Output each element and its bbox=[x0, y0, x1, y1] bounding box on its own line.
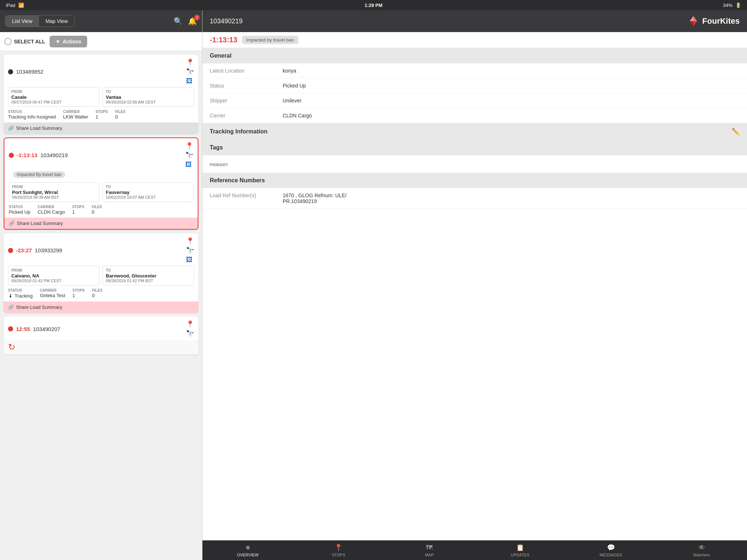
status-bar-right: 34% 🔋 bbox=[723, 3, 741, 8]
tracking-info-edit-icon[interactable]: ✏️ bbox=[732, 128, 740, 136]
shipper-value: Unilever bbox=[283, 98, 301, 104]
view-toggle[interactable]: List View Map View bbox=[5, 15, 75, 27]
card-3-header: -23:27 103933299 📍 🔭 🖼 bbox=[4, 233, 198, 266]
card-4-header-right: 📍 🔭 bbox=[186, 320, 194, 338]
reference-numbers-section-header: Reference Numbers bbox=[202, 173, 747, 188]
right-panel: 103490219 FourKites -1:13:13 Impacted by… bbox=[202, 10, 747, 560]
fourkites-text: FourKites bbox=[702, 16, 740, 26]
card-4-id: 103490207 bbox=[33, 326, 60, 332]
card-4-header-left: 12:55 103490207 bbox=[8, 326, 60, 332]
card-1-status: STATUS Tracking Info Assigned bbox=[8, 110, 56, 120]
card-4-location-icon: 📍 bbox=[186, 320, 194, 328]
cards-list: 103489852 📍 🔭 🖼 FROM Casale 09/27/2018 0… bbox=[0, 51, 202, 560]
shipment-card-2[interactable]: -1:13:13 103490219 📍 🔭 🖼 Impacted By tra… bbox=[4, 137, 198, 230]
card-2-delay: -1:13:13 bbox=[17, 152, 38, 158]
right-bottom-nav: ≡ OVERVIEW 📍 STOPS 🗺 MAP 📋 UPDATES 💬 MES… bbox=[202, 540, 747, 560]
card-2-image-icon[interactable]: 🖼 bbox=[185, 161, 193, 168]
tags-content: PRIMARY bbox=[202, 155, 747, 173]
refresh-icon: ↻ bbox=[8, 342, 15, 352]
overview-icon: ≡ bbox=[246, 544, 250, 552]
list-view-button[interactable]: List View bbox=[5, 16, 39, 27]
card-2-binoculars-icon[interactable]: 🔭 bbox=[185, 151, 193, 159]
shipment-card-4-partial[interactable]: 12:55 103490207 📍 🔭 ↻ bbox=[4, 316, 198, 354]
main-layout: List View Map View 🔍 🔔 2 SELECT ALL ▼ Ac… bbox=[0, 10, 747, 560]
temperature-icon: 🌡 bbox=[8, 293, 13, 299]
card-3-share-button[interactable]: 🔗 Share Load Summary bbox=[4, 302, 198, 313]
actions-button[interactable]: ▼ Actions bbox=[50, 36, 87, 47]
nav-messages-button[interactable]: 💬 MESSAGES bbox=[565, 541, 656, 560]
svg-marker-3 bbox=[690, 16, 693, 21]
card-1-binoculars-icon[interactable]: 🔭 bbox=[186, 68, 194, 76]
select-all-button[interactable]: SELECT ALL bbox=[4, 38, 45, 45]
card-1-share-button[interactable]: 🔗 Share Load Summary bbox=[4, 122, 198, 134]
card-3-binoculars-icon[interactable]: 🔭 bbox=[186, 246, 194, 254]
shipment-card-1[interactable]: 103489852 📍 🔭 🖼 FROM Casale 09/27/2018 0… bbox=[4, 55, 198, 134]
select-all-checkbox[interactable] bbox=[4, 38, 12, 45]
latest-location-row: Latest Location konya bbox=[202, 63, 747, 78]
tracking-info-title: Tracking Information bbox=[210, 128, 267, 135]
device-label: iPad bbox=[6, 3, 15, 8]
card-3-to-box: TO Barnwood, Gloucester 09/28/2018 01:42… bbox=[102, 266, 194, 285]
shipper-row: Shipper Unilever bbox=[202, 93, 747, 108]
nav-updates-button[interactable]: 📋 UPDATES bbox=[475, 541, 565, 560]
map-view-button[interactable]: Map View bbox=[39, 16, 74, 27]
status-row: Status Picked Up bbox=[202, 78, 747, 93]
nav-overview-button[interactable]: ≡ OVERVIEW bbox=[202, 541, 293, 560]
card-2-header-left: -1:13:13 103490219 bbox=[9, 152, 68, 158]
card-1-image-icon[interactable]: 🖼 bbox=[186, 77, 194, 85]
card-3-image-icon[interactable]: 🖼 bbox=[186, 256, 194, 264]
latest-location-value: konya bbox=[283, 68, 296, 74]
share-icon-3: 🔗 bbox=[8, 304, 14, 310]
card-2-meta: STATUS Picked Up CARRIER CLDN Cargo STOP… bbox=[4, 205, 198, 218]
battery-label: 34% bbox=[723, 3, 732, 8]
card-2-header: -1:13:13 103490219 📍 🔭 🖼 bbox=[4, 138, 198, 171]
svg-marker-1 bbox=[693, 16, 697, 21]
card-1-meta: STATUS Tracking Info Assigned CARRIER LK… bbox=[4, 110, 198, 122]
left-header-icons: 🔍 🔔 2 bbox=[174, 17, 197, 26]
notifications-button[interactable]: 🔔 2 bbox=[188, 17, 197, 26]
right-header: 103490219 FourKites bbox=[202, 10, 747, 32]
card-2-share-button[interactable]: 🔗 Share Load Summary bbox=[4, 218, 198, 229]
travel-ban-badge: Impacted by travel ban bbox=[242, 36, 299, 44]
card-2-to-box: TO Fauvernay 10/02/2018 10:07 AM CEST bbox=[102, 182, 193, 202]
status-label: Status bbox=[210, 83, 283, 89]
share-icon-2: 🔗 bbox=[9, 221, 15, 226]
filter-bar: SELECT ALL ▼ Actions bbox=[0, 32, 202, 51]
card-3-id: 103933299 bbox=[35, 247, 62, 253]
shipment-card-3[interactable]: -23:27 103933299 📍 🔭 🖼 FROM Caivano, NA … bbox=[4, 233, 198, 313]
actions-label: Actions bbox=[63, 39, 81, 44]
delay-time: -1:13:13 bbox=[210, 36, 237, 44]
carrier-row: Carrier CLDN Cargo bbox=[202, 108, 747, 123]
card-1-to-box: TO Vantaa 09/30/2018 02:58 AM CEST bbox=[102, 87, 194, 107]
nav-map-label: MAP bbox=[425, 553, 434, 557]
nav-watchers-button[interactable]: 👁 Watchers bbox=[656, 541, 747, 560]
stops-icon: 📍 bbox=[334, 544, 342, 552]
card-1-header-left: 103489852 bbox=[8, 69, 43, 75]
card-3-carrier: CARRIER Girteka Test bbox=[40, 288, 65, 299]
updates-icon: 📋 bbox=[516, 544, 524, 552]
status-bar-time: 1:29 PM bbox=[364, 3, 382, 8]
card-3-files: FILES 0 bbox=[92, 288, 102, 299]
card-2-location-icon: 📍 bbox=[185, 142, 193, 150]
right-panel-shipment-id: 103490219 bbox=[210, 18, 243, 25]
card-2-travel-ban-tag: Impacted By travel ban bbox=[13, 171, 65, 178]
card-1-carrier: CARRIER LKW Walter bbox=[63, 110, 88, 120]
nav-updates-label: UPDATES bbox=[511, 553, 529, 557]
status-bar: iPad 📶 1:29 PM 34% 🔋 bbox=[0, 0, 747, 10]
wifi-icon: 📶 bbox=[18, 3, 24, 8]
card-3-from-box: FROM Caivano, NA 09/26/2018 01:42 PM CES… bbox=[8, 266, 100, 285]
nav-map-button[interactable]: 🗺 MAP bbox=[384, 541, 475, 560]
card-4-header: 12:55 103490207 📍 🔭 bbox=[4, 316, 198, 340]
search-icon[interactable]: 🔍 bbox=[174, 17, 183, 26]
general-title: General bbox=[210, 52, 232, 59]
card-4-binoculars-icon[interactable]: 🔭 bbox=[186, 330, 194, 338]
nav-stops-label: STOPS bbox=[332, 553, 345, 557]
card-1-location-icon: 📍 bbox=[186, 58, 194, 66]
card-1-header: 103489852 📍 🔭 🖼 bbox=[4, 55, 198, 87]
card-1-stops: STOPS 1 bbox=[96, 110, 108, 120]
nav-stops-button[interactable]: 📍 STOPS bbox=[293, 541, 384, 560]
carrier-value: CLDN Cargo bbox=[283, 113, 312, 118]
carrier-label: Carrier bbox=[210, 113, 283, 118]
card-2-stops: STOPS 1 bbox=[72, 205, 85, 215]
card-1-files: FILES 0 bbox=[115, 110, 125, 120]
